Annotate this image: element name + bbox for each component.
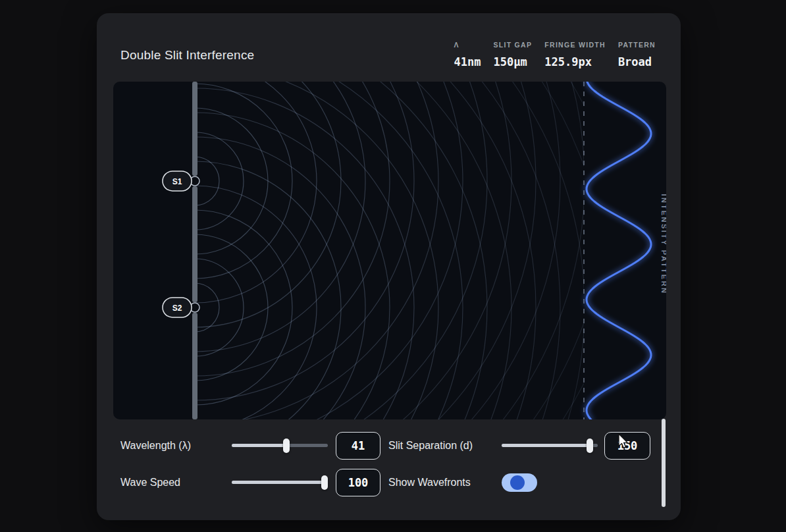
wavefronts: [113, 82, 633, 419]
stats-bar: Λ 41nm SLIT GAP 150μm FRINGE WIDTH 125.9…: [454, 41, 656, 68]
stat-label: SLIT GAP: [493, 41, 532, 49]
barrier-wall: [192, 313, 197, 419]
wave-speed-label: Wave Speed: [120, 475, 180, 490]
slit-separation-label: Slit Separation (d): [388, 439, 473, 453]
toggle-knob: [510, 475, 525, 490]
stat-value: Broad: [618, 55, 652, 68]
wave-speed-slider-thumb[interactable]: [321, 475, 328, 490]
wavelength-slider-thumb[interactable]: [283, 439, 290, 453]
slit-badge-label: S2: [172, 304, 182, 313]
simulation-canvas: S1S2INTENSITY PATTERN: [113, 82, 666, 419]
stat-label: FRINGE WIDTH: [544, 41, 606, 49]
stat-slit-gap: SLIT GAP 150μm: [493, 41, 532, 68]
slit-separation-slider-thumb[interactable]: [587, 439, 593, 453]
stat-pattern: PATTERN Broad: [618, 41, 656, 68]
slider-fill: [502, 444, 593, 447]
scrollbar-thumb[interactable]: [662, 419, 666, 507]
stat-label: Λ: [454, 41, 459, 49]
stat-label: PATTERN: [618, 41, 656, 49]
wave-speed-slider[interactable]: [232, 475, 328, 490]
wave-speed-value-input[interactable]: 100: [336, 469, 380, 496]
slider-fill: [232, 444, 286, 447]
mouse-cursor: [617, 433, 631, 451]
stat-fringe-width: FRINGE WIDTH 125.9px: [544, 41, 606, 68]
slit-separation-slider[interactable]: [502, 439, 598, 453]
slider-fill: [232, 481, 328, 484]
intensity-pattern-label: INTENSITY PATTERN: [660, 194, 666, 294]
show-wavefronts-toggle[interactable]: [502, 473, 537, 492]
wavelength-value-input[interactable]: 41: [336, 432, 380, 460]
wavelength-slider[interactable]: [232, 439, 328, 453]
page-title: Double Slit Interference: [120, 48, 254, 63]
stat-wavelength: Λ 41nm: [454, 41, 481, 68]
stat-value: 150μm: [493, 55, 527, 68]
slit-badge-label: S1: [172, 177, 182, 186]
show-wavefronts-label: Show Wavefronts: [388, 475, 471, 490]
stat-value: 125.9px: [544, 55, 592, 68]
wavelength-label: Wavelength (λ): [120, 439, 191, 453]
app-window: Double Slit Interference Λ 41nm SLIT GAP…: [97, 13, 681, 520]
barrier-wall: [192, 186, 197, 302]
stat-value: 41nm: [454, 55, 481, 68]
intensity-curve: [587, 82, 651, 419]
barrier-wall: [192, 82, 197, 176]
